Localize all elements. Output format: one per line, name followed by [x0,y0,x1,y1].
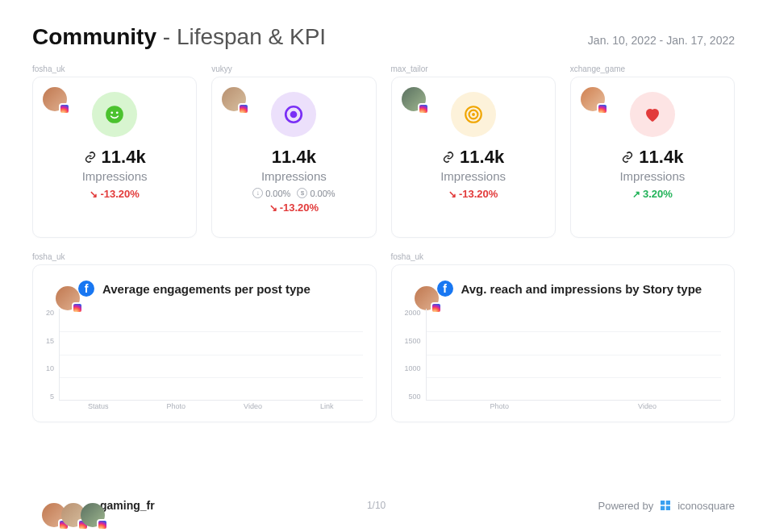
kpi-change: ↘-13.20% [448,188,498,200]
kpi-card[interactable]: 11.4k Impressions ↗3.20% [570,77,735,238]
smile-icon [92,92,137,137]
chart-col: fosha_uk f Average engagements per post … [32,252,377,422]
chart-header: f Avg. reach and impressions by Story ty… [405,276,722,301]
community-avatars[interactable] [32,493,90,517]
instagram-badge-icon [418,103,429,114]
x-tick: Video [638,402,657,414]
chart-title: Average engagements per post type [102,282,311,296]
metric-value-row: 11.4k [84,147,146,168]
chart-body: 2000 1500 1000 500 PhotoVideo [405,309,722,414]
iconosquare-logo-icon [658,498,673,513]
chart-title: Avg. reach and impressions by Story type [461,282,702,296]
chart-plot: StatusPhotoVideoLink [59,309,362,414]
kpi-metric: Impressions [440,169,506,183]
kpi-value: 11.4k [272,147,316,168]
svg-point-1 [110,111,113,114]
chart-card-reach-impressions[interactable]: f Avg. reach and impressions by Story ty… [391,264,736,422]
arrow-down-icon: ↘ [90,189,98,200]
kpi-col: fosha_uk 11.4k Impressions ↘-13.20% [32,64,197,238]
svg-point-2 [116,111,119,114]
avatar[interactable] [222,87,246,111]
kpi-value: 11.4k [639,147,683,168]
chart-header: f Average engagements per post type [46,276,363,301]
y-axis: 2000 1500 1000 500 [405,309,426,414]
chart-card-engagements[interactable]: f Average engagements per post type 20 1… [32,264,377,422]
kpi-col: xchange_game 11.4k Impressions ↗3.20% [570,64,735,238]
kpi-username: fosha_uk [32,64,197,73]
arrow-down-icon: ↘ [269,202,277,214]
kpi-metric: Impressions [619,169,685,183]
charts-row: fosha_uk f Average engagements per post … [32,252,735,422]
page-header: Community - Lifespan & KPI Jan. 10, 2022… [32,24,735,50]
page-footer: gaming_fr 1/10 Powered by iconosquare [32,493,735,517]
kpi-change: ↗3.20% [632,188,673,200]
kpi-col: vukyy 11.4k Impressions ↓0.00% $0.00% ↘-… [211,64,376,238]
page-number: 1/10 [367,500,386,511]
target-eye-icon [271,92,316,137]
svg-point-4 [290,111,298,118]
x-tick: Link [320,402,334,414]
link-icon [84,151,97,164]
chart-username: fosha_uk [32,252,377,261]
instagram-badge-icon [597,103,608,114]
page-title: Community - Lifespan & KPI [32,24,326,50]
circle-down-icon: ↓ [252,188,263,198]
facebook-icon: f [437,281,453,297]
link-icon [442,151,455,164]
kpi-change: ↘-13.20% [269,202,319,214]
kpi-extra: ↓0.00% $0.00% [252,188,335,198]
instagram-badge-icon [59,103,70,114]
svg-point-0 [106,106,123,123]
instagram-badge-icon [238,103,249,114]
kpi-value: 11.4k [460,147,504,168]
kpi-row: fosha_uk 11.4k Impressions ↘-13.20% vuky… [32,64,735,238]
kpi-col: max_tailor 11.4k Impressions ↘-13.20% [391,64,556,238]
kpi-username: vukyy [211,64,376,73]
date-range: Jan. 10, 2022 - Jan. 17, 2022 [588,34,735,47]
heart-icon [630,92,675,137]
bullseye-icon [451,92,496,137]
kpi-username: xchange_game [570,64,735,73]
avatar[interactable] [581,87,605,111]
instagram-badge-icon [97,519,108,530]
powered-by[interactable]: Powered by iconosquare [598,498,735,513]
metric-value-row: 11.4k [442,147,504,168]
avatar[interactable] [402,87,426,111]
x-tick: Video [244,402,262,414]
arrow-down-icon: ↘ [448,189,456,200]
kpi-value: 11.4k [102,147,146,168]
kpi-username: max_tailor [391,64,556,73]
facebook-icon: f [78,281,94,297]
chart-username: fosha_uk [391,252,736,261]
chart-body: 20 15 10 5 StatusPhotoVideoLink [46,309,363,414]
title-rest: Lifespan & KPI [177,24,326,49]
metric-value-row: 11.4k [272,147,316,168]
y-axis: 20 15 10 5 [46,309,59,414]
kpi-change: ↘-13.20% [90,188,139,200]
x-tick: Status [88,402,109,414]
x-tick: Photo [167,402,186,414]
avatar[interactable] [415,286,439,310]
kpi-metric: Impressions [261,169,327,183]
kpi-card[interactable]: 11.4k Impressions ↘-13.20% [391,77,556,238]
kpi-card[interactable]: 11.4k Impressions ↘-13.20% [32,77,197,238]
chart-col: fosha_uk f Avg. reach and impressions by… [391,252,736,422]
title-sep: - [156,24,177,49]
circle-dollar-icon: $ [297,188,307,198]
avatar[interactable] [43,87,67,111]
svg-point-7 [472,113,475,116]
community-name: gaming_fr [100,499,155,512]
metric-value-row: 11.4k [621,147,683,168]
arrow-up-icon: ↗ [632,189,640,200]
title-bold: Community [32,24,156,49]
link-icon [621,151,634,164]
chart-plot: PhotoVideo [426,309,721,414]
kpi-card[interactable]: 11.4k Impressions ↓0.00% $0.00% ↘-13.20% [211,77,376,238]
x-tick: Photo [490,402,510,414]
kpi-metric: Impressions [82,169,148,183]
avatar[interactable] [56,286,80,310]
